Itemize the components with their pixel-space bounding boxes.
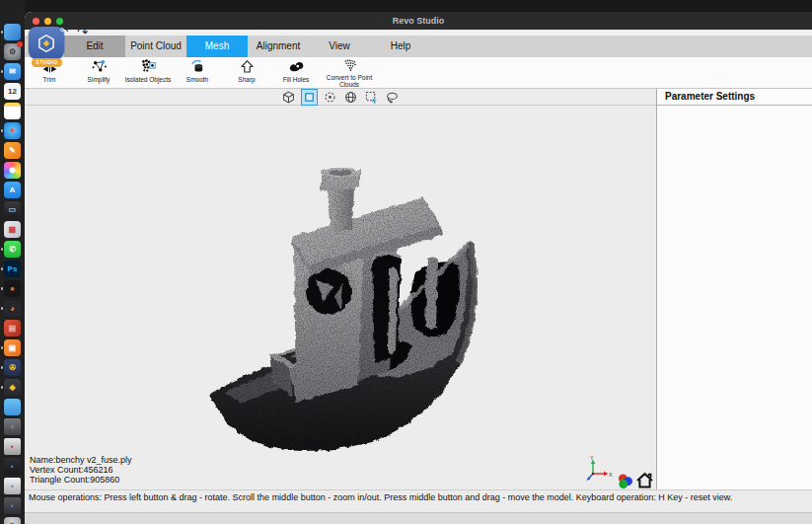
minimized-window-2-glyph: ▪: [4, 438, 21, 455]
safari-glyph: ✦: [4, 122, 21, 139]
dock-item-launchpad[interactable]: ▦: [4, 221, 21, 238]
sharp-icon: [239, 58, 256, 75]
dock-item-notes[interactable]: [4, 103, 21, 119]
dock-item-minimized-window-5[interactable]: ▪: [4, 497, 21, 514]
model-name: Name:benchy v2_fuse.ply: [30, 455, 132, 465]
home-reset-view-icon[interactable]: [635, 472, 654, 489]
app-logo: STUDIO: [29, 27, 66, 68]
rgb-color-icon[interactable]: [617, 473, 633, 489]
vertex-count: Vertex Count:456216: [30, 465, 132, 475]
dock-item-mail[interactable]: ✉: [4, 63, 21, 80]
simplify-label: Simplify: [88, 76, 111, 83]
whatsapp-glyph: ✆: [4, 241, 21, 258]
dock-item-minimized-window-1[interactable]: ▫: [4, 418, 21, 435]
parameter-settings-title: Parameter Settings: [657, 89, 812, 106]
tab-help[interactable]: Help: [370, 36, 431, 57]
viewport-corner-buttons: [617, 472, 654, 489]
dock-item-calendar[interactable]: 12: [4, 83, 21, 100]
calendar-glyph: 12: [4, 83, 21, 100]
dock: ⚙✉12✦✎A▭▦✆Ps●◕▤▣✇◈▫▪▪▪▪▯: [0, 0, 25, 524]
isolated-objects-button[interactable]: Isolated Objects: [123, 57, 173, 88]
dock-item-trash[interactable]: ▯: [4, 517, 21, 524]
camera-black-glyph: ●: [4, 280, 21, 297]
dock-item-finder[interactable]: [4, 24, 21, 40]
convert-to-point-clouds-icon: [341, 58, 358, 73]
dock-item-revo-scan[interactable]: ✇: [4, 359, 21, 376]
smooth-icon: [189, 58, 206, 75]
scan-red-glyph: ▤: [4, 320, 21, 337]
dock-item-minimized-window-3[interactable]: ▪: [4, 458, 21, 475]
shaded-view-icon[interactable]: [281, 90, 296, 105]
fill-holes-icon: [288, 58, 305, 75]
tab-view[interactable]: View: [309, 36, 370, 57]
dock-item-safari[interactable]: ✦: [4, 122, 21, 139]
sharp-label: Sharp: [238, 76, 255, 83]
dock-item-revo-utility[interactable]: ◈: [4, 379, 21, 396]
minimize-button[interactable]: [44, 18, 51, 25]
benchy-model[interactable]: [183, 160, 498, 468]
svg-text:X: X: [609, 472, 613, 478]
titlebar[interactable]: Revo Studio: [25, 12, 812, 30]
fullscreen-button[interactable]: [56, 18, 63, 25]
launchpad-glyph: ▦: [4, 221, 21, 238]
viewport[interactable]: Name:benchy v2_fuse.ply Vertex Count:456…: [25, 89, 656, 489]
smooth-label: Smooth: [186, 76, 208, 83]
flat-view-icon[interactable]: [302, 90, 317, 105]
dock-item-minimized-window-2[interactable]: ▪: [4, 438, 21, 455]
dock-item-editor-orange[interactable]: ✎: [4, 142, 21, 159]
dock-item-photos[interactable]: [4, 162, 21, 179]
dock-item-box-orange[interactable]: ▣: [4, 339, 21, 356]
rect-select-icon[interactable]: [364, 90, 379, 105]
tab-point-cloud[interactable]: Point Cloud: [125, 36, 186, 57]
minimized-window-5-glyph: ▪: [4, 497, 21, 514]
tab-edit[interactable]: Edit: [64, 36, 125, 57]
revo-studio-window: Revo Studio STUDIO ↶ ↷ EditPoint CloudMe…: [25, 12, 812, 524]
revo-logo-icon: [29, 27, 64, 59]
dock-item-camera-black[interactable]: ●: [4, 280, 21, 297]
window-title: Revo Studio: [25, 12, 812, 30]
dock-item-scan-red[interactable]: ▤: [4, 320, 21, 337]
dock-item-app-store[interactable]: A: [4, 182, 21, 198]
model-info: Name:benchy v2_fuse.ply Vertex Count:456…: [30, 455, 132, 485]
fill-holes-label: Fill Holes: [283, 76, 310, 83]
lasso-select-icon[interactable]: [385, 90, 400, 105]
minimized-window-4-glyph: ▪: [4, 478, 21, 494]
wireframe-view-icon[interactable]: [343, 90, 358, 105]
convert-to-point-clouds-button[interactable]: Convert to Point Clouds: [321, 57, 378, 88]
tab-bar: EditPoint CloudMeshAlignmentViewHelp: [25, 36, 812, 57]
trim-label: Trim: [43, 76, 56, 83]
dock-item-folder-blue[interactable]: [4, 399, 21, 415]
simplify-button[interactable]: Simplify: [74, 57, 123, 88]
tab-mesh[interactable]: Mesh: [186, 36, 248, 57]
sharp-button[interactable]: Sharp: [222, 57, 271, 88]
photoshop-glyph: Ps: [4, 261, 21, 277]
parameter-settings-panel: Parameter Settings: [656, 89, 812, 489]
blender-glyph: ◕: [4, 300, 21, 317]
fill-holes-button[interactable]: Fill Holes: [271, 57, 321, 88]
convert-to-point-clouds-label: Convert to Point Clouds: [321, 74, 378, 88]
editor-orange-glyph: ✎: [4, 142, 21, 159]
revo-scan-glyph: ✇: [4, 359, 21, 376]
dock-item-system-settings[interactable]: ⚙: [4, 43, 21, 60]
traffic-lights: [33, 18, 63, 25]
dock-item-whatsapp[interactable]: ✆: [4, 241, 21, 258]
ribbon-toolbar: Trim Simplify: [25, 57, 812, 89]
smooth-button[interactable]: Smooth: [173, 57, 222, 88]
dock-item-screen-app[interactable]: ▭: [4, 201, 21, 218]
screen-app-glyph: ▭: [4, 201, 21, 218]
tab-alignment[interactable]: Alignment: [248, 36, 309, 57]
status-bar: Mouse operations: Press left button & dr…: [25, 489, 812, 512]
trash-glyph: ▯: [4, 517, 21, 524]
box-orange-glyph: ▣: [4, 339, 21, 356]
mail-glyph: ✉: [4, 63, 21, 80]
triangle-count: Triangle Count:905860: [30, 475, 132, 485]
logo-studio-label: STUDIO: [32, 58, 62, 67]
dock-item-photoshop[interactable]: Ps: [4, 261, 21, 277]
dock-item-blender[interactable]: ◕: [4, 300, 21, 317]
minimized-window-3-glyph: ▪: [4, 458, 21, 475]
close-button[interactable]: [33, 18, 39, 25]
redo-button[interactable]: ↷: [77, 27, 88, 38]
point-view-icon[interactable]: [323, 90, 337, 105]
isolated-objects-icon: [140, 58, 157, 75]
dock-item-minimized-window-4[interactable]: ▪: [4, 478, 21, 494]
